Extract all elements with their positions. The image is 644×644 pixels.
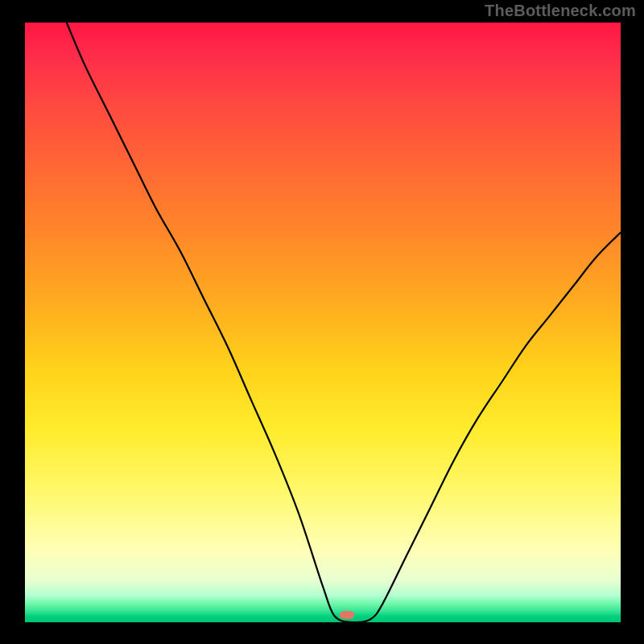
optimal-marker <box>340 611 354 619</box>
plot-area <box>25 23 621 622</box>
watermark-text: TheBottleneck.com <box>485 2 636 20</box>
bottleneck-curve <box>25 23 621 622</box>
